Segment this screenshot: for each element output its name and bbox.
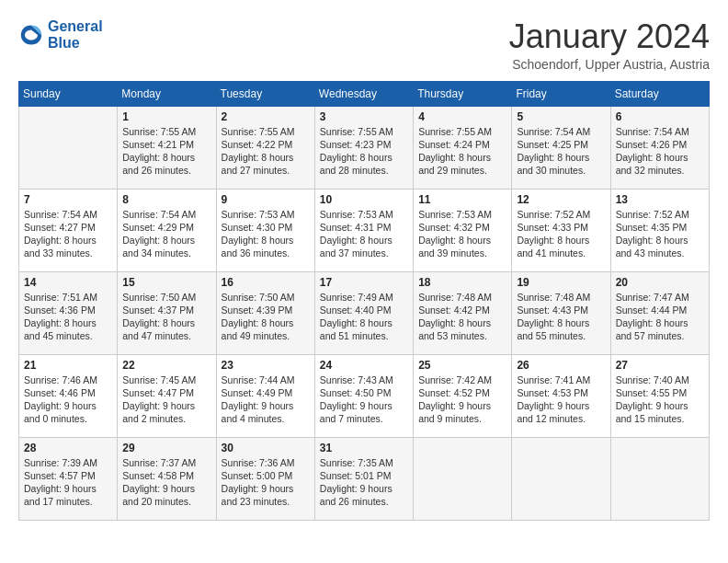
calendar-cell: 31Sunrise: 7:35 AM Sunset: 5:01 PM Dayli… <box>314 437 413 520</box>
day-number: 9 <box>222 193 310 206</box>
day-info: Sunrise: 7:42 AM Sunset: 4:52 PM Dayligh… <box>418 373 506 426</box>
logo: General Blue <box>18 18 103 52</box>
day-number: 12 <box>517 193 605 206</box>
day-info: Sunrise: 7:40 AM Sunset: 4:55 PM Dayligh… <box>616 373 704 426</box>
calendar-cell <box>414 437 512 520</box>
day-info: Sunrise: 7:37 AM Sunset: 4:58 PM Dayligh… <box>122 456 210 509</box>
calendar-cell: 24Sunrise: 7:43 AM Sunset: 4:50 PM Dayli… <box>314 354 413 437</box>
calendar-cell: 26Sunrise: 7:41 AM Sunset: 4:53 PM Dayli… <box>512 354 610 437</box>
day-number: 24 <box>320 359 408 372</box>
weekday-header-wednesday: Wednesday <box>314 81 413 106</box>
day-number: 28 <box>24 442 112 454</box>
weekday-header-thursday: Thursday <box>414 81 512 106</box>
logo-icon <box>18 22 44 48</box>
calendar-cell: 13Sunrise: 7:52 AM Sunset: 4:35 PM Dayli… <box>610 189 709 271</box>
day-info: Sunrise: 7:45 AM Sunset: 4:47 PM Dayligh… <box>122 373 210 426</box>
calendar-week-row: 1Sunrise: 7:55 AM Sunset: 4:21 PM Daylig… <box>19 106 710 189</box>
day-info: Sunrise: 7:46 AM Sunset: 4:46 PM Dayligh… <box>24 373 112 426</box>
calendar-cell: 9Sunrise: 7:53 AM Sunset: 4:30 PM Daylig… <box>216 189 314 271</box>
day-number: 25 <box>418 359 506 372</box>
day-number: 15 <box>122 276 210 289</box>
calendar-cell: 19Sunrise: 7:48 AM Sunset: 4:43 PM Dayli… <box>512 271 610 354</box>
location-subtitle: Schoendorf, Upper Austria, Austria <box>509 57 710 72</box>
day-info: Sunrise: 7:55 AM Sunset: 4:22 PM Dayligh… <box>222 125 310 178</box>
day-info: Sunrise: 7:54 AM Sunset: 4:29 PM Dayligh… <box>122 208 210 260</box>
day-info: Sunrise: 7:54 AM Sunset: 4:25 PM Dayligh… <box>517 125 605 178</box>
calendar-cell: 18Sunrise: 7:48 AM Sunset: 4:42 PM Dayli… <box>414 271 512 354</box>
day-number: 2 <box>222 110 310 123</box>
day-number: 17 <box>320 276 408 289</box>
day-number: 19 <box>517 276 605 289</box>
day-number: 8 <box>122 193 210 206</box>
day-info: Sunrise: 7:54 AM Sunset: 4:26 PM Dayligh… <box>616 125 704 178</box>
day-number: 4 <box>418 110 506 123</box>
weekday-header-sunday: Sunday <box>19 81 118 106</box>
day-info: Sunrise: 7:53 AM Sunset: 4:30 PM Dayligh… <box>222 208 310 260</box>
day-number: 23 <box>222 359 310 372</box>
calendar-cell: 29Sunrise: 7:37 AM Sunset: 4:58 PM Dayli… <box>118 437 216 520</box>
calendar-cell: 23Sunrise: 7:44 AM Sunset: 4:49 PM Dayli… <box>216 354 314 437</box>
day-number: 29 <box>122 442 210 454</box>
calendar-cell: 25Sunrise: 7:42 AM Sunset: 4:52 PM Dayli… <box>414 354 512 437</box>
calendar-table: SundayMondayTuesdayWednesdayThursdayFrid… <box>18 81 710 521</box>
day-info: Sunrise: 7:55 AM Sunset: 4:23 PM Dayligh… <box>320 125 408 178</box>
calendar-cell: 8Sunrise: 7:54 AM Sunset: 4:29 PM Daylig… <box>118 189 216 271</box>
calendar-cell: 7Sunrise: 7:54 AM Sunset: 4:27 PM Daylig… <box>19 189 118 271</box>
day-number: 6 <box>616 110 704 123</box>
day-info: Sunrise: 7:48 AM Sunset: 4:42 PM Dayligh… <box>418 291 506 343</box>
weekday-header-saturday: Saturday <box>610 81 709 106</box>
day-info: Sunrise: 7:49 AM Sunset: 4:40 PM Dayligh… <box>320 291 408 343</box>
day-number: 13 <box>616 193 704 206</box>
calendar-cell: 11Sunrise: 7:53 AM Sunset: 4:32 PM Dayli… <box>414 189 512 271</box>
day-info: Sunrise: 7:50 AM Sunset: 4:39 PM Dayligh… <box>222 291 310 343</box>
day-number: 16 <box>222 276 310 289</box>
title-block: January 2024 Schoendorf, Upper Austria, … <box>509 18 710 72</box>
calendar-cell: 20Sunrise: 7:47 AM Sunset: 4:44 PM Dayli… <box>610 271 709 354</box>
calendar-cell: 12Sunrise: 7:52 AM Sunset: 4:33 PM Dayli… <box>512 189 610 271</box>
day-info: Sunrise: 7:35 AM Sunset: 5:01 PM Dayligh… <box>320 456 408 509</box>
calendar-cell: 3Sunrise: 7:55 AM Sunset: 4:23 PM Daylig… <box>314 106 413 189</box>
calendar-cell: 4Sunrise: 7:55 AM Sunset: 4:24 PM Daylig… <box>414 106 512 189</box>
weekday-header-tuesday: Tuesday <box>216 81 314 106</box>
weekday-header-row: SundayMondayTuesdayWednesdayThursdayFrid… <box>19 81 710 106</box>
calendar-cell <box>512 437 610 520</box>
calendar-cell <box>610 437 709 520</box>
calendar-week-row: 7Sunrise: 7:54 AM Sunset: 4:27 PM Daylig… <box>19 189 710 271</box>
calendar-cell: 28Sunrise: 7:39 AM Sunset: 4:57 PM Dayli… <box>19 437 118 520</box>
day-number: 10 <box>320 193 408 206</box>
day-number: 11 <box>418 193 506 206</box>
day-info: Sunrise: 7:39 AM Sunset: 4:57 PM Dayligh… <box>24 456 112 509</box>
day-info: Sunrise: 7:51 AM Sunset: 4:36 PM Dayligh… <box>24 291 112 343</box>
day-info: Sunrise: 7:53 AM Sunset: 4:32 PM Dayligh… <box>418 208 506 260</box>
day-info: Sunrise: 7:52 AM Sunset: 4:33 PM Dayligh… <box>517 208 605 260</box>
calendar-cell: 17Sunrise: 7:49 AM Sunset: 4:40 PM Dayli… <box>314 271 413 354</box>
calendar-week-row: 28Sunrise: 7:39 AM Sunset: 4:57 PM Dayli… <box>19 437 710 520</box>
calendar-body: 1Sunrise: 7:55 AM Sunset: 4:21 PM Daylig… <box>19 106 710 520</box>
day-number: 27 <box>616 359 704 372</box>
day-number: 7 <box>24 193 112 206</box>
day-info: Sunrise: 7:54 AM Sunset: 4:27 PM Dayligh… <box>24 208 112 260</box>
day-info: Sunrise: 7:55 AM Sunset: 4:21 PM Dayligh… <box>122 125 210 178</box>
day-number: 5 <box>517 110 605 123</box>
day-info: Sunrise: 7:50 AM Sunset: 4:37 PM Dayligh… <box>122 291 210 343</box>
day-number: 21 <box>24 359 112 372</box>
calendar-cell: 16Sunrise: 7:50 AM Sunset: 4:39 PM Dayli… <box>216 271 314 354</box>
calendar-cell: 27Sunrise: 7:40 AM Sunset: 4:55 PM Dayli… <box>610 354 709 437</box>
logo-text: General Blue <box>48 18 103 52</box>
calendar-week-row: 14Sunrise: 7:51 AM Sunset: 4:36 PM Dayli… <box>19 271 710 354</box>
calendar-header: SundayMondayTuesdayWednesdayThursdayFrid… <box>19 81 710 106</box>
weekday-header-friday: Friday <box>512 81 610 106</box>
page-header: General Blue January 2024 Schoendorf, Up… <box>18 18 710 72</box>
calendar-cell: 1Sunrise: 7:55 AM Sunset: 4:21 PM Daylig… <box>118 106 216 189</box>
day-info: Sunrise: 7:47 AM Sunset: 4:44 PM Dayligh… <box>616 291 704 343</box>
day-info: Sunrise: 7:53 AM Sunset: 4:31 PM Dayligh… <box>320 208 408 260</box>
calendar-cell: 22Sunrise: 7:45 AM Sunset: 4:47 PM Dayli… <box>118 354 216 437</box>
day-number: 30 <box>222 442 310 454</box>
weekday-header-monday: Monday <box>118 81 216 106</box>
day-number: 26 <box>517 359 605 372</box>
calendar-cell: 14Sunrise: 7:51 AM Sunset: 4:36 PM Dayli… <box>19 271 118 354</box>
day-number: 3 <box>320 110 408 123</box>
calendar-cell: 5Sunrise: 7:54 AM Sunset: 4:25 PM Daylig… <box>512 106 610 189</box>
day-info: Sunrise: 7:43 AM Sunset: 4:50 PM Dayligh… <box>320 373 408 426</box>
calendar-cell: 2Sunrise: 7:55 AM Sunset: 4:22 PM Daylig… <box>216 106 314 189</box>
